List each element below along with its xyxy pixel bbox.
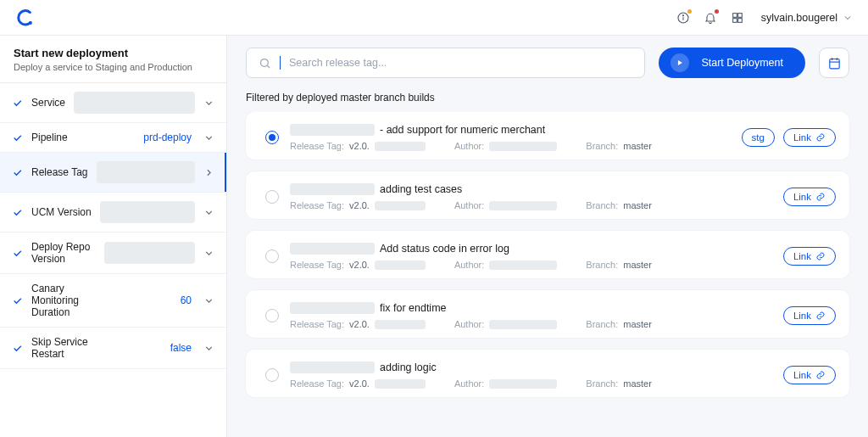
play-icon	[670, 53, 689, 72]
chevron-down-icon	[203, 295, 214, 306]
svg-point-8	[261, 59, 269, 66]
release-tag-label: Release Tag:	[290, 378, 344, 389]
link-icon	[815, 192, 826, 202]
check-icon	[12, 98, 23, 109]
release-tag-label: Release Tag:	[290, 141, 344, 151]
link-chip[interactable]: Link	[783, 247, 836, 266]
sidebar-item-canary-monitoring-duration[interactable]: Canary Monitoring Duration60	[0, 274, 226, 328]
sidebar-item-label: Pipeline	[31, 132, 68, 143]
redacted-value	[97, 161, 196, 183]
chevron-down-icon	[203, 207, 214, 218]
svg-rect-4	[732, 13, 737, 17]
sidebar-item-skip-service-restart[interactable]: Skip Service Restartfalse	[0, 328, 226, 369]
redacted-tag	[375, 142, 426, 151]
build-radio[interactable]	[265, 131, 279, 144]
redacted-author	[489, 201, 557, 210]
search-input-wrap[interactable]	[246, 48, 645, 78]
link-icon	[815, 132, 826, 143]
branch-label: Branch:	[586, 319, 618, 329]
release-tag-prefix: v2.0.	[349, 141, 370, 151]
author-label: Author:	[454, 260, 484, 270]
link-icon	[815, 311, 826, 321]
branch-value: master	[623, 200, 652, 210]
svg-rect-7	[737, 18, 742, 22]
release-tag-prefix: v2.0.	[349, 260, 370, 270]
grid-icon[interactable]	[731, 11, 744, 25]
link-chip[interactable]: Link	[783, 188, 836, 206]
info-icon[interactable]	[676, 11, 690, 25]
check-icon	[12, 295, 23, 306]
sidebar-item-deploy-repo-version[interactable]: Deploy Repo Version	[0, 233, 226, 274]
release-tag-label: Release Tag:	[290, 260, 344, 270]
link-chip[interactable]: Link	[783, 128, 836, 147]
sidebar-item-value: false	[170, 342, 192, 354]
build-title: fix for endtime	[380, 302, 447, 314]
check-icon	[12, 132, 23, 143]
redacted-value	[100, 201, 195, 223]
sidebar-item-label: UCM Version	[31, 206, 92, 218]
start-deployment-button[interactable]: Start Deployment	[659, 48, 805, 78]
branch-value: master	[623, 141, 652, 151]
sidebar-header: Start new deployment Deploy a service to…	[0, 36, 226, 83]
build-card[interactable]: adding logicRelease Tag:v2.0.Author:Bran…	[246, 350, 849, 397]
sidebar-item-pipeline[interactable]: Pipelineprd-deploy	[0, 123, 226, 153]
branch-label: Branch:	[586, 260, 618, 270]
redacted-author	[489, 379, 557, 389]
filter-text: Filtered by deployed master branch build…	[227, 90, 868, 112]
bell-icon[interactable]	[704, 11, 717, 25]
build-radio[interactable]	[265, 309, 279, 322]
svg-rect-6	[732, 18, 737, 22]
logo[interactable]	[15, 8, 34, 27]
sidebar-item-value: prd-deploy	[143, 132, 192, 143]
redacted-author	[489, 320, 557, 329]
branch-value: master	[623, 260, 652, 270]
sidebar-item-release-tag[interactable]: Release Tag	[0, 153, 226, 193]
branch-value: master	[623, 378, 652, 389]
svg-point-0	[29, 20, 32, 24]
sidebar-item-service[interactable]: Service	[0, 83, 226, 123]
release-tag-prefix: v2.0.	[349, 378, 370, 389]
build-title: Add status code in error log	[380, 243, 509, 255]
build-radio[interactable]	[265, 368, 279, 382]
build-card[interactable]: - add support for numeric merchantReleas…	[246, 112, 849, 160]
redacted-tag	[375, 379, 426, 389]
chevron-down-icon	[843, 13, 853, 23]
redacted-tag	[375, 201, 426, 210]
user-menu[interactable]: sylvain.bougerel	[761, 12, 853, 24]
build-card[interactable]: fix for endtimeRelease Tag:v2.0.Author:B…	[246, 290, 849, 338]
link-chip[interactable]: Link	[783, 366, 836, 384]
build-card[interactable]: Add status code in error logRelease Tag:…	[246, 231, 849, 278]
build-radio[interactable]	[265, 190, 279, 204]
chevron-down-icon	[203, 98, 214, 109]
redacted-tag	[375, 261, 426, 270]
build-radio[interactable]	[265, 249, 279, 263]
stg-chip[interactable]: stg	[742, 128, 775, 147]
search-icon	[259, 57, 271, 70]
svg-point-3	[682, 14, 683, 15]
redacted-title-prefix	[290, 183, 375, 195]
author-label: Author:	[454, 319, 484, 329]
branch-value: master	[623, 319, 652, 329]
calendar-button[interactable]	[819, 48, 849, 78]
link-icon	[815, 251, 826, 261]
build-card[interactable]: adding test casesRelease Tag:v2.0.Author…	[246, 171, 849, 219]
author-label: Author:	[454, 378, 484, 389]
svg-rect-5	[737, 13, 742, 17]
build-title: adding logic	[380, 361, 437, 373]
check-icon	[12, 207, 23, 218]
start-deployment-label: Start Deployment	[701, 57, 783, 69]
search-input[interactable]	[289, 57, 632, 69]
redacted-title-prefix	[290, 243, 375, 255]
branch-label: Branch:	[586, 378, 618, 389]
redacted-title-prefix	[290, 124, 375, 136]
build-title: - add support for numeric merchant	[380, 124, 545, 136]
sidebar-item-label: Service	[31, 97, 65, 109]
chevron-right-icon	[203, 167, 214, 178]
user-name: sylvain.bougerel	[761, 12, 837, 24]
link-chip[interactable]: Link	[783, 306, 836, 325]
svg-line-9	[267, 65, 270, 68]
check-icon	[12, 167, 23, 178]
calendar-icon	[827, 56, 842, 70]
sidebar-item-ucm-version[interactable]: UCM Version	[0, 193, 226, 233]
redacted-value	[104, 242, 195, 264]
